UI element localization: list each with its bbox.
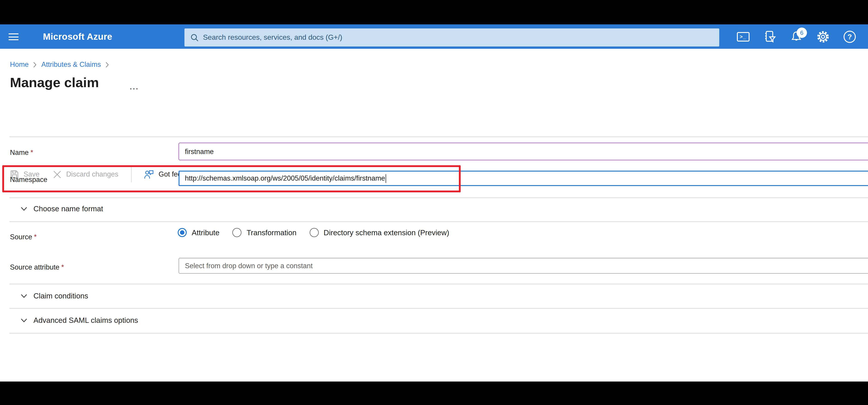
source-field-label: Source* — [10, 233, 37, 241]
feedback-person-icon — [143, 169, 154, 179]
chevron-down-icon — [21, 207, 27, 211]
chevron-down-icon — [21, 294, 27, 298]
brand-link[interactable]: Microsoft Azure — [43, 24, 112, 49]
breadcrumb-chevron-icon — [33, 62, 37, 67]
choose-name-format-accordion[interactable]: Choose name format — [21, 205, 103, 213]
cloud-shell-icon[interactable]: >_ — [734, 24, 752, 49]
radio-unselected-icon — [310, 228, 319, 237]
notification-count-badge: 6 — [797, 28, 807, 38]
namespace-input[interactable]: http://schemas.xmlsoap.org/ws/2005/05/id… — [179, 171, 868, 186]
search-icon — [190, 33, 199, 42]
required-asterisk: * — [34, 233, 37, 241]
page-title: Manage claim — [10, 75, 99, 90]
source-attribute-field-label: Source attribute* — [10, 263, 64, 271]
radio-selected-icon — [178, 228, 187, 237]
section-divider — [9, 333, 868, 333]
search-input[interactable] — [203, 28, 719, 46]
title-context-menu-button[interactable]: ... — [130, 82, 139, 92]
section-divider — [9, 283, 868, 284]
section-divider — [9, 308, 868, 309]
azure-portal-page: Microsoft Azure >_ — [0, 0, 868, 405]
toolbar-divider — [131, 166, 131, 182]
notifications-bell-icon[interactable]: 6 — [787, 24, 805, 49]
hamburger-menu-icon[interactable] — [8, 33, 19, 40]
topbar-icon-group: >_ 6 — [734, 24, 859, 49]
required-asterisk: * — [61, 263, 64, 271]
claim-conditions-accordion[interactable]: Claim conditions — [21, 292, 88, 300]
letterbox-top — [0, 0, 868, 24]
source-attribute-input[interactable] — [179, 258, 868, 274]
name-field-label: Name* — [10, 148, 33, 157]
breadcrumb: Home Attributes & Claims — [10, 61, 114, 69]
directory-filter-icon[interactable] — [761, 24, 778, 49]
radio-attribute[interactable]: Attribute — [178, 228, 219, 237]
breadcrumb-home-link[interactable]: Home — [10, 61, 29, 69]
letterbox-bottom — [0, 381, 868, 405]
manage-claim-content: Home Attributes & Claims Manage claim ..… — [0, 49, 868, 381]
advanced-saml-options-accordion[interactable]: Advanced SAML claims options — [21, 316, 138, 325]
global-search-box[interactable] — [184, 28, 719, 46]
source-radio-group: Attribute Transformation Directory schem… — [178, 228, 462, 237]
text-cursor — [385, 174, 386, 182]
required-asterisk: * — [31, 148, 33, 156]
breadcrumb-attributes-claims-link[interactable]: Attributes & Claims — [41, 61, 101, 69]
section-divider — [9, 221, 868, 222]
top-navigation-bar: Microsoft Azure >_ — [0, 24, 868, 49]
toolbar-bottom-divider — [9, 136, 868, 137]
radio-unselected-icon — [232, 228, 242, 237]
settings-gear-icon[interactable] — [814, 24, 832, 49]
breadcrumb-chevron-icon — [105, 62, 109, 67]
radio-transformation[interactable]: Transformation — [232, 228, 297, 237]
name-input[interactable] — [179, 143, 868, 160]
chevron-down-icon — [21, 318, 27, 323]
discard-x-icon — [53, 170, 62, 178]
radio-directory-schema-extension[interactable]: Directory schema extension (Preview) — [310, 228, 450, 237]
help-icon[interactable]: ? — [841, 24, 859, 49]
discard-changes-button[interactable]: Discard changes — [53, 170, 119, 178]
section-divider — [9, 197, 868, 198]
namespace-field-label: Namespace — [10, 176, 47, 184]
